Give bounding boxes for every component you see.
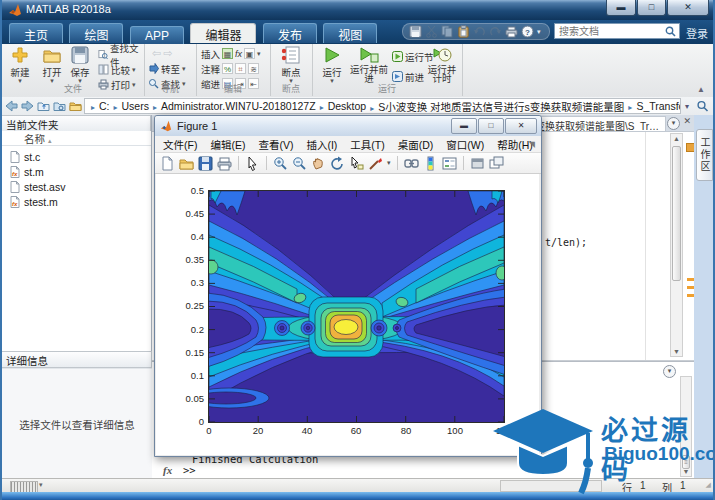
- breadcrumb-segment[interactable]: S_Transform: [624, 100, 681, 112]
- back-icon[interactable]: ⇦: [152, 47, 161, 60]
- tab-editor[interactable]: 编辑器: [190, 23, 256, 43]
- help-icon[interactable]: ?: [521, 25, 534, 38]
- comment-row[interactable]: 注释 % ⌗ ≋: [201, 62, 259, 75]
- qab-dropdown-icon[interactable]: ▾: [537, 28, 541, 36]
- fig-linkplots-icon[interactable]: [404, 156, 419, 171]
- fig-undock-icon[interactable]: [489, 156, 504, 171]
- tab-view[interactable]: 视图: [323, 23, 377, 43]
- name-column-header[interactable]: 名称 ▴: [2, 131, 151, 146]
- file-row[interactable]: fx stest.m: [10, 194, 150, 209]
- back-arrow-icon[interactable]: [5, 100, 18, 112]
- figure-title-bar[interactable]: Figure 1 ▬ □ ✕: [155, 116, 541, 137]
- breadcrumb-segment[interactable]: S小波变换 对地质雷达信号进行s变换获取频谱能量图: [366, 99, 624, 114]
- forward-icon[interactable]: ⇨: [163, 47, 172, 60]
- menu-edit[interactable]: 编辑(E): [210, 137, 245, 152]
- editor-scrollbar[interactable]: ▲ ▼: [670, 133, 683, 357]
- compare-button[interactable]: 比较▾: [98, 63, 136, 76]
- breadcrumb-dropdown-icon[interactable]: ▾: [685, 102, 689, 111]
- save-button[interactable]: 保存▾: [66, 46, 94, 83]
- breadcrumb-segment[interactable]: Desktop: [316, 100, 367, 112]
- breadcrumb[interactable]: C: Users Administrator.WIN7U-20180127Z D…: [84, 98, 681, 114]
- file-row[interactable]: stest.asv: [10, 179, 150, 194]
- fig-datacursor-icon[interactable]: [349, 156, 364, 171]
- run-time-button[interactable]: 运行并计时: [424, 46, 460, 83]
- menu-desktop[interactable]: 桌面(D): [398, 137, 434, 152]
- figure-maximize-button[interactable]: □: [478, 118, 504, 134]
- command-prompt[interactable]: >>: [183, 464, 196, 476]
- run-button[interactable]: 运行▾: [316, 46, 348, 83]
- fig-rotate3d-icon[interactable]: [330, 156, 345, 171]
- forward-arrow-icon[interactable]: [21, 100, 34, 112]
- menu-help[interactable]: 帮助(H): [497, 137, 533, 152]
- menu-view[interactable]: 查看(V): [258, 137, 293, 152]
- fig-print-icon[interactable]: [217, 156, 232, 171]
- wrap-comment-icon[interactable]: ≋: [248, 63, 259, 74]
- print-icon[interactable]: [505, 25, 518, 38]
- breadcrumb-segment[interactable]: Administrator.WIN7U-20180127Z: [149, 100, 316, 112]
- tab-publish[interactable]: 发布: [263, 23, 317, 43]
- fig-pointer-icon[interactable]: [245, 156, 260, 171]
- paste-icon[interactable]: [457, 25, 470, 38]
- breadcrumb-segment[interactable]: C:: [87, 100, 110, 112]
- new-button[interactable]: 新建▾: [4, 46, 36, 83]
- fig-save-icon[interactable]: [198, 156, 213, 171]
- redo-icon[interactable]: [489, 25, 502, 38]
- insert-image-icon[interactable]: ▣: [244, 48, 255, 59]
- breakpoints-button[interactable]: 断点▾: [275, 46, 307, 83]
- ribbon-collapse-icon[interactable]: ▲: [697, 85, 705, 94]
- undo-icon[interactable]: [473, 25, 486, 38]
- breadcrumb-segment[interactable]: Users: [110, 100, 149, 112]
- minimize-button[interactable]: ▬: [606, 0, 636, 16]
- address-search-icon[interactable]: [696, 100, 709, 112]
- login-link[interactable]: 登录: [686, 25, 708, 41]
- fig-zoom-in-icon[interactable]: [273, 156, 288, 171]
- fig-dock-icon[interactable]: [470, 156, 485, 171]
- menu-window[interactable]: 窗口(W): [446, 137, 484, 152]
- open-button[interactable]: 打开▾: [36, 46, 68, 83]
- menu-pin-icon[interactable]: ◥: [529, 140, 535, 149]
- file-row[interactable]: fx st.m: [10, 164, 150, 179]
- fig-brush-caret[interactable]: ▾: [387, 159, 391, 167]
- search-input[interactable]: [554, 23, 680, 39]
- fig-zoom-out-icon[interactable]: [292, 156, 307, 171]
- search-icon[interactable]: [665, 26, 676, 37]
- fig-new-icon[interactable]: [160, 156, 175, 171]
- comment-icon[interactable]: %: [222, 63, 233, 74]
- maximize-button[interactable]: □: [637, 0, 666, 16]
- menu-tools[interactable]: 工具(T): [350, 137, 384, 152]
- copy-icon[interactable]: [441, 25, 454, 38]
- file-row[interactable]: st.c: [10, 149, 150, 164]
- tab-home[interactable]: 主页: [9, 23, 63, 43]
- fig-colorbar-icon[interactable]: [423, 156, 438, 171]
- figure-minimize-button[interactable]: ▬: [451, 118, 477, 134]
- insert-row[interactable]: 插入 ▦ fx ▣ ▾: [201, 47, 261, 60]
- find-files-button[interactable]: 查找文件: [98, 48, 144, 61]
- save-icon[interactable]: [409, 25, 422, 38]
- uncomment-icon[interactable]: ⌗: [235, 63, 246, 74]
- current-folder-header[interactable]: 当前文件夹: [2, 115, 151, 132]
- figure-window[interactable]: Figure 1 ▬ □ ✕ 文件(F) 编辑(E) 查看(V) 插入(I) 工…: [154, 115, 542, 457]
- menu-file[interactable]: 文件(F): [163, 137, 197, 152]
- insert-section-icon[interactable]: ▦: [222, 48, 233, 59]
- cut-icon[interactable]: [425, 25, 438, 38]
- editor-code-fragment[interactable]: t/len);: [545, 237, 587, 248]
- insert-fx-icon[interactable]: fx: [235, 49, 242, 59]
- editor-tab-menu-icon[interactable]: ▾: [667, 117, 680, 130]
- details-header[interactable]: 详细信息: [2, 351, 152, 368]
- command-window-menu-icon[interactable]: ▾: [663, 365, 676, 378]
- run-advance-button[interactable]: 运行并前进: [350, 46, 388, 83]
- figure-close-button[interactable]: ✕: [505, 118, 537, 134]
- editor-tab-close-icon[interactable]: ✕: [683, 116, 691, 126]
- goto-button[interactable]: 转至▾: [148, 62, 186, 75]
- close-button[interactable]: ✕: [667, 0, 709, 16]
- scroll-down-icon[interactable]: ▼: [671, 347, 682, 356]
- menu-insert[interactable]: 插入(I): [306, 137, 337, 152]
- details-toggle-caret[interactable]: ▾: [39, 481, 43, 489]
- fig-brush-icon[interactable]: [368, 156, 383, 171]
- scroll-up-icon[interactable]: ▲: [671, 134, 682, 143]
- fig-legend-icon[interactable]: [442, 156, 457, 171]
- contour-plot[interactable]: [208, 190, 505, 423]
- workspace-tab[interactable]: 工作区: [696, 129, 713, 181]
- fig-pan-icon[interactable]: [311, 156, 326, 171]
- fig-open-icon[interactable]: [179, 156, 194, 171]
